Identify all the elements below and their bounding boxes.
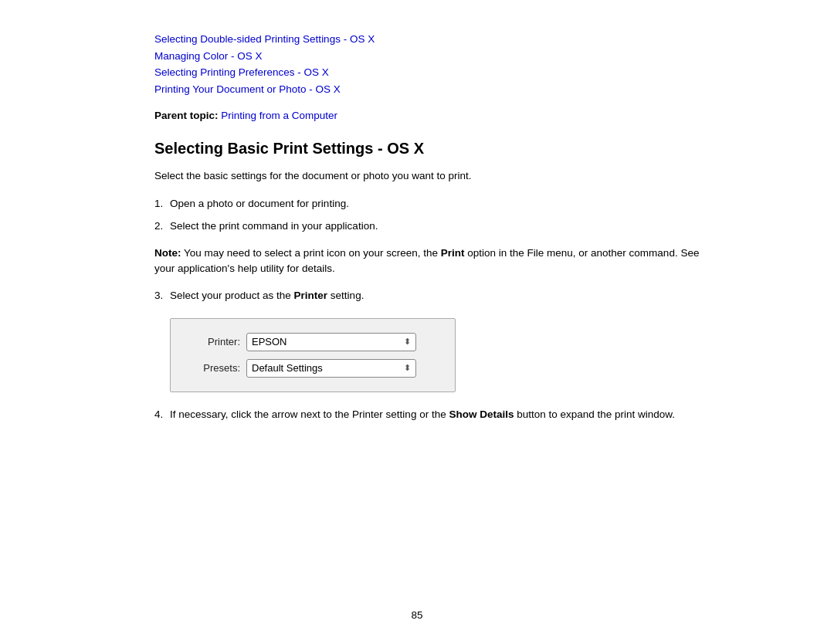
list-item: 1. Open a photo or document for printing… (154, 195, 710, 212)
printer-label: Printer: (186, 336, 240, 347)
note-block: Note: You may need to select a print ico… (154, 246, 710, 277)
dialog-presets-row: Presets: Default Settings ⬍ (186, 359, 439, 378)
step-3-bold: Printer (294, 290, 328, 301)
note-text-1: You may need to select a print icon on y… (184, 247, 441, 259)
parent-topic-link[interactable]: Printing from a Computer (221, 110, 337, 121)
step-4-text: If necessary, click the arrow next to th… (170, 408, 675, 420)
list-num-1: 1. (154, 195, 163, 212)
list-item: 3. Select your product as the Printer se… (154, 287, 710, 304)
section-heading: Selecting Basic Print Settings - OS X (154, 140, 710, 158)
parent-topic-line: Parent topic: Printing from a Computer (154, 110, 710, 121)
step-2-text: Select the print command in your applica… (170, 220, 378, 232)
nav-link-1[interactable]: Selecting Double-sided Printing Settings… (154, 31, 710, 48)
printer-select[interactable]: EPSON ⬍ (246, 333, 416, 351)
nav-link-2[interactable]: Managing Color - OS X (154, 48, 710, 65)
note-label: Note: (154, 247, 181, 259)
nav-link-4[interactable]: Printing Your Document or Photo - OS X (154, 81, 710, 98)
step-1-text: Open a photo or document for printing. (170, 198, 349, 209)
ordered-list-continued: 3. Select your product as the Printer se… (154, 287, 710, 304)
intro-text: Select the basic settings for the docume… (154, 168, 710, 184)
page-number: 85 (411, 609, 422, 621)
presets-label: Presets: (186, 362, 240, 374)
dialog-printer-row: Printer: EPSON ⬍ (186, 333, 439, 351)
printer-dropdown-arrow: ⬍ (404, 337, 411, 347)
list-num-4: 4. (154, 406, 163, 423)
nav-links: Selecting Double-sided Printing Settings… (154, 31, 710, 97)
list-num-3: 3. (154, 287, 163, 304)
page-number-container: 85 (0, 609, 834, 621)
parent-topic-label: Parent topic: (154, 110, 219, 121)
presets-dropdown-arrow: ⬍ (404, 363, 411, 373)
step-3-text: Select your product as the Printer setti… (170, 290, 364, 301)
printer-value: EPSON (252, 336, 404, 347)
presets-select[interactable]: Default Settings ⬍ (246, 359, 416, 378)
nav-link-3[interactable]: Selecting Printing Preferences - OS X (154, 64, 710, 81)
list-item: 2. Select the print command in your appl… (154, 218, 710, 235)
presets-value: Default Settings (252, 362, 404, 374)
step-4-bold: Show Details (449, 408, 514, 420)
page-container: Selecting Double-sided Printing Settings… (0, 0, 834, 644)
list-item-4: 4. If necessary, click the arrow next to… (154, 406, 710, 423)
ordered-list-step4: 4. If necessary, click the arrow next to… (154, 406, 710, 423)
print-dialog-image: Printer: EPSON ⬍ Presets: Default Settin… (170, 318, 456, 392)
ordered-list: 1. Open a photo or document for printing… (154, 195, 710, 235)
list-num-2: 2. (154, 218, 163, 235)
note-print-bold: Print (441, 247, 465, 259)
